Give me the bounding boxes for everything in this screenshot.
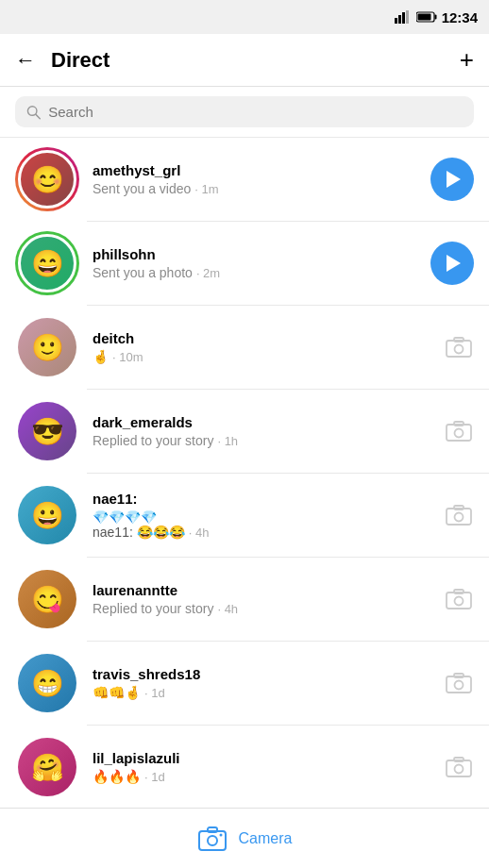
message-username: travis_shreds18 xyxy=(93,666,430,682)
svg-point-10 xyxy=(455,345,464,354)
svg-rect-23 xyxy=(454,674,464,677)
message-username: nae11: xyxy=(93,491,430,507)
message-action[interactable] xyxy=(444,332,474,362)
search-bar xyxy=(0,87,489,137)
message-action[interactable] xyxy=(430,158,474,201)
back-button[interactable]: ← xyxy=(15,48,36,73)
svg-rect-17 xyxy=(454,506,464,509)
svg-point-13 xyxy=(455,429,464,438)
list-item[interactable]: 😁 travis_shreds18 👊👊🤞 · 1d xyxy=(0,642,489,725)
message-time: · 2m xyxy=(196,266,220,280)
message-emoji: 🤞 xyxy=(93,349,109,364)
page-title: Direct xyxy=(51,48,110,73)
message-content: amethyst_grl Sent you a video · 1m xyxy=(93,162,417,196)
message-content: lil_lapislazuli 🔥🔥🔥 · 1d xyxy=(93,750,430,784)
message-action[interactable] xyxy=(430,242,474,285)
message-preview-text: Replied to your story xyxy=(93,601,213,616)
message-preview: Replied to your story · 1h xyxy=(93,433,430,448)
svg-rect-21 xyxy=(447,676,471,693)
list-item[interactable]: 😄 phillsohn Sent you a photo · 2m xyxy=(0,222,489,305)
svg-rect-3 xyxy=(406,10,409,24)
svg-rect-9 xyxy=(447,341,471,357)
camera-label[interactable]: Camera xyxy=(239,830,293,847)
signal-icon xyxy=(395,10,412,24)
svg-point-19 xyxy=(455,597,464,606)
bottom-bar: Camera xyxy=(0,808,489,868)
message-username: lil_lapislazuli xyxy=(93,750,430,766)
camera-message-button[interactable] xyxy=(444,332,474,362)
svg-line-8 xyxy=(36,114,40,118)
message-preview: 🤞 · 10m xyxy=(93,349,430,364)
list-item[interactable]: 🤗 lil_lapislazuli 🔥🔥🔥 · 1d xyxy=(0,726,489,809)
message-emoji: 👊👊🤞 xyxy=(93,685,141,700)
avatar: 😁 xyxy=(15,651,79,715)
svg-point-16 xyxy=(455,513,464,522)
avatar: 😋 xyxy=(15,567,79,631)
play-icon xyxy=(447,171,461,188)
message-time: · 4h xyxy=(217,602,238,616)
message-content: dark_emeralds Replied to your story · 1h xyxy=(93,414,430,448)
message-username: dark_emeralds xyxy=(93,414,430,430)
message-content: laurenanntte Replied to your story · 4h xyxy=(93,582,430,616)
svg-rect-26 xyxy=(454,758,464,761)
message-action[interactable] xyxy=(444,668,474,698)
message-username-inline: nae11: 😂😂😂 xyxy=(93,525,185,540)
message-action[interactable] xyxy=(444,752,474,782)
camera-message-button[interactable] xyxy=(444,668,474,698)
message-time: · 1h xyxy=(217,434,238,448)
play-button[interactable] xyxy=(430,242,474,285)
message-list: 😊 amethyst_grl Sent you a video · 1m xyxy=(0,138,489,809)
svg-rect-2 xyxy=(402,12,405,24)
play-button[interactable] xyxy=(430,158,474,201)
message-time: · 10m xyxy=(112,350,143,364)
svg-rect-1 xyxy=(398,15,401,24)
message-content: travis_shreds18 👊👊🤞 · 1d xyxy=(93,666,430,700)
message-action[interactable] xyxy=(444,500,474,530)
svg-rect-15 xyxy=(447,509,471,525)
message-action[interactable] xyxy=(444,584,474,614)
camera-message-button[interactable] xyxy=(444,752,474,782)
new-message-button[interactable]: + xyxy=(460,45,474,75)
message-preview: 🔥🔥🔥 · 1d xyxy=(93,769,430,784)
message-preview: 💎💎💎💎 xyxy=(93,509,430,525)
header-left: ← Direct xyxy=(15,48,110,73)
message-preview-2: nae11: 😂😂😂 · 4h xyxy=(93,525,430,540)
camera-message-button[interactable] xyxy=(444,416,474,446)
avatar: 😊 xyxy=(15,147,79,211)
list-item[interactable]: 🙂 deitch 🤞 · 10m xyxy=(0,306,489,389)
svg-rect-5 xyxy=(434,15,436,20)
list-item[interactable]: 😀 nae11: 💎💎💎💎 nae11: 😂😂😂 · 4h xyxy=(0,474,489,557)
list-item[interactable]: 😋 laurenanntte Replied to your story · 4… xyxy=(0,558,489,641)
message-time: · 1d xyxy=(144,686,165,700)
message-preview: 👊👊🤞 · 1d xyxy=(93,685,430,700)
list-item[interactable]: 😊 amethyst_grl Sent you a video · 1m xyxy=(0,138,489,221)
search-input[interactable] xyxy=(48,104,463,120)
camera-bottom-icon[interactable] xyxy=(197,824,228,854)
svg-rect-6 xyxy=(417,14,430,21)
svg-rect-12 xyxy=(447,425,471,441)
message-username: laurenanntte xyxy=(93,582,430,598)
message-content: phillsohn Sent you a photo · 2m xyxy=(93,246,417,280)
camera-message-button[interactable] xyxy=(444,584,474,614)
camera-message-button[interactable] xyxy=(444,500,474,530)
message-preview-text: Sent you a video xyxy=(93,181,191,196)
message-preview-text: Replied to your story xyxy=(93,433,213,448)
message-username: phillsohn xyxy=(93,246,417,262)
list-item[interactable]: 😎 dark_emeralds Replied to your story · … xyxy=(0,390,489,473)
status-icons: 12:34 xyxy=(395,9,478,25)
search-input-wrap xyxy=(15,96,474,127)
status-time: 12:34 xyxy=(442,9,478,25)
avatar: 😀 xyxy=(15,483,79,547)
svg-point-30 xyxy=(219,833,222,836)
message-time: · 1m xyxy=(194,182,218,196)
svg-point-25 xyxy=(455,765,464,774)
message-preview: Sent you a photo · 2m xyxy=(93,265,417,280)
svg-rect-18 xyxy=(447,593,471,609)
message-action[interactable] xyxy=(444,416,474,446)
message-username: amethyst_grl xyxy=(93,162,417,178)
message-time: · 4h xyxy=(189,526,210,540)
svg-point-28 xyxy=(208,836,217,845)
avatar: 🤗 xyxy=(15,735,79,799)
avatar: 🙂 xyxy=(15,315,79,379)
message-emoji: 🔥🔥🔥 xyxy=(93,769,141,784)
